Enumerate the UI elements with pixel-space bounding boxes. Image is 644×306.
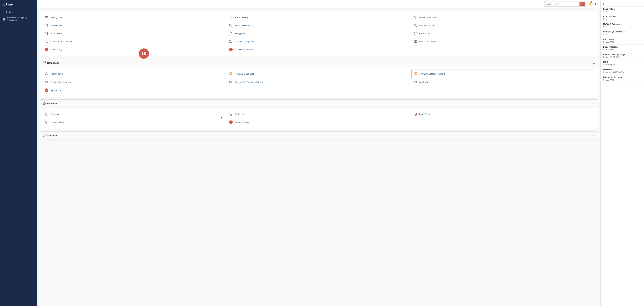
zone-editor-label: Zone Editor bbox=[419, 113, 430, 115]
domains-section-body: Domains Redirects Zone Edi bbox=[40, 108, 598, 129]
email-filters-item[interactable]: Email Filters bbox=[42, 22, 226, 29]
postgresql-wizard-item[interactable]: PostgreSQL Database Wizard bbox=[227, 78, 411, 86]
stat-mysql-label: MySQL® Databases bbox=[603, 23, 642, 25]
stat-item-postgresql: PostgreSQL Databases 0 / ∞ bbox=[601, 29, 644, 37]
encryption-icon bbox=[229, 31, 233, 36]
stat-item-iops: IOPS 0 / 1,024 (0%) bbox=[601, 60, 644, 67]
domains-items-grid: Domains Redirects Zone Edi bbox=[42, 110, 595, 126]
dynamic-dns-label: Dynamic DNS bbox=[50, 121, 64, 123]
stat-item-io-usage: I/O Usage 0 bytes/s / 50 MB/s (0%) bbox=[601, 67, 644, 75]
domains-icon bbox=[42, 102, 46, 106]
postgresql-databases-label: PostgreSQL Databases bbox=[50, 81, 72, 83]
mailing-lists-label: Mailing Lists bbox=[50, 16, 62, 19]
calendar-delegation-item[interactable]: Calendar Delegation bbox=[227, 38, 411, 45]
search-button[interactable]: 🔍 bbox=[580, 2, 585, 6]
stat-memory-label: Physical Memory Usage bbox=[603, 54, 642, 56]
global-email-filters-item[interactable]: Global Email Filters bbox=[411, 14, 595, 21]
mysql-faq-label: MySQL F.A.Q. bbox=[50, 89, 64, 92]
databases-collapse-toggle[interactable]: ▲ bbox=[592, 62, 595, 64]
domains-faq-item[interactable]: ? Domains F.A.Q. bbox=[227, 118, 411, 126]
phppgadmin-label: phpPgAdmin bbox=[419, 81, 431, 83]
email-faq-item[interactable]: ? E-mail F.A.Q. bbox=[42, 46, 226, 54]
sidebar-item-wordpress[interactable]: W WordPress Manager by Softaculous bbox=[0, 15, 37, 23]
user-button[interactable]: 👤 bbox=[593, 2, 598, 6]
phppgadmin-icon bbox=[413, 80, 418, 84]
postgresql-wizard-label: PostgreSQL Database Wizard bbox=[235, 81, 263, 83]
email-client-setup-item[interactable]: ? E-mail Client Setup bbox=[227, 46, 411, 54]
databases-section-body: php phpMyAdmin MySQL® Databases bbox=[40, 67, 598, 97]
phpmyadmin-label: phpMyAdmin bbox=[50, 73, 63, 75]
logo[interactable]: cPanel bbox=[0, 0, 37, 9]
encryption-item[interactable]: Encryption bbox=[227, 30, 411, 37]
global-email-filters-icon bbox=[413, 15, 418, 20]
security-section-header: Security ▲ bbox=[40, 132, 598, 140]
track-delivery-icon bbox=[229, 15, 233, 20]
email-filters-icon bbox=[44, 23, 49, 28]
calendars-contacts-item[interactable]: Calendars and Contacts bbox=[42, 38, 226, 45]
svg-point-24 bbox=[231, 42, 232, 43]
search-input[interactable] bbox=[546, 3, 580, 5]
domains-title: Domains bbox=[42, 102, 58, 106]
stat-iops-value: 0 / 1,024 (0%) bbox=[603, 64, 642, 66]
calendar-delegation-icon bbox=[229, 39, 233, 44]
phppgadmin-item[interactable]: phpPgAdmin bbox=[411, 78, 595, 86]
email-disk-usage-label: Email Disk Usage bbox=[419, 40, 436, 43]
email-disk-usage-icon bbox=[413, 39, 418, 44]
boxtrapper-label: BoxTrapper bbox=[419, 32, 430, 35]
mailing-lists-icon bbox=[44, 15, 49, 20]
phpmyadmin-item[interactable]: php phpMyAdmin bbox=[42, 70, 226, 78]
email-faq-icon: ? bbox=[44, 47, 49, 52]
mysql-databases-item[interactable]: MySQL® Databases bbox=[227, 70, 411, 78]
sidebar-item-tools[interactable]: ✕ Tools bbox=[0, 9, 37, 15]
mysql-wizard-item[interactable]: MySQL® Database Wizard bbox=[411, 70, 595, 78]
domains-section-header: Domains ▲ bbox=[40, 100, 598, 108]
svg-point-10 bbox=[415, 25, 416, 26]
track-delivery-item[interactable]: Track Delivery bbox=[227, 14, 411, 21]
email-deliverability-item[interactable]: Email Deliverability bbox=[227, 22, 411, 29]
notifications-button[interactable]: 🔔 1 bbox=[588, 2, 592, 6]
zone-editor-item[interactable]: Zone Editor bbox=[411, 110, 595, 118]
encryption-label: Encryption bbox=[235, 32, 244, 35]
dynamic-dns-item[interactable]: Dynamic DNS bbox=[42, 118, 226, 126]
track-delivery-label: Track Delivery bbox=[235, 16, 248, 19]
address-importer-item[interactable]: Address Importer bbox=[411, 22, 595, 29]
section-databases: Databases ▲ php phpMyAdmin bbox=[40, 59, 598, 97]
tools-icon: ✕ bbox=[2, 11, 4, 14]
mailing-lists-item[interactable]: Mailing Lists bbox=[42, 14, 226, 21]
postgresql-databases-icon bbox=[44, 80, 49, 84]
databases-section-header: Databases ▲ bbox=[40, 59, 598, 67]
svg-point-8 bbox=[414, 24, 416, 26]
svg-rect-2 bbox=[45, 18, 48, 19]
security-title: Security bbox=[42, 133, 57, 138]
domains-collapse-toggle[interactable]: ▲ bbox=[592, 102, 595, 105]
security-collapse-toggle[interactable]: ▲ bbox=[592, 134, 595, 137]
svg-point-31 bbox=[414, 73, 417, 73]
stat-cpu-label: CPU Usage bbox=[603, 38, 642, 41]
email-client-setup-icon: ? bbox=[229, 47, 233, 52]
stat-item-unknown: 0 / ∞ bbox=[601, 1, 644, 7]
email-disk-usage-item[interactable]: Email Disk Usage bbox=[411, 38, 595, 45]
svg-point-27 bbox=[43, 61, 46, 62]
stat-item-cpu: CPU Usage 0 / 200 (0%) bbox=[601, 37, 644, 45]
email-items-grid: Mailing Lists Track Delivery bbox=[42, 14, 595, 54]
spam-filters-item[interactable]: Spam Filters bbox=[42, 30, 226, 37]
domains-item[interactable]: Domains bbox=[42, 110, 226, 118]
boxtrapper-item[interactable]: BoxTrapper bbox=[411, 30, 595, 37]
email-deliverability-label: Email Deliverability bbox=[235, 24, 252, 27]
svg-rect-17 bbox=[45, 42, 46, 43]
stat-item-num-processes: Number Of Processes 0 / 200 (0%) bbox=[601, 75, 644, 83]
svg-point-42 bbox=[231, 114, 232, 116]
postgresql-databases-item[interactable]: PostgreSQL Databases bbox=[42, 78, 226, 86]
mysql-faq-item[interactable]: ? MySQL F.A.Q. bbox=[42, 86, 226, 94]
svg-point-36 bbox=[414, 81, 417, 82]
main-content: Mailing Lists Track Delivery bbox=[37, 8, 600, 145]
mysql-faq-icon: ? bbox=[44, 88, 49, 93]
email-client-setup-label: E-mail Client Setup bbox=[235, 49, 253, 51]
svg-point-19 bbox=[47, 42, 48, 43]
redirects-item[interactable]: Redirects bbox=[227, 110, 411, 118]
stat-io-label: I/O Usage bbox=[603, 69, 642, 71]
domains-faq-label: Domains F.A.Q. bbox=[235, 121, 250, 123]
svg-point-6 bbox=[46, 25, 48, 27]
svg-rect-1 bbox=[45, 17, 48, 18]
stat-mysql-value: 5 / ∞ bbox=[603, 26, 642, 28]
